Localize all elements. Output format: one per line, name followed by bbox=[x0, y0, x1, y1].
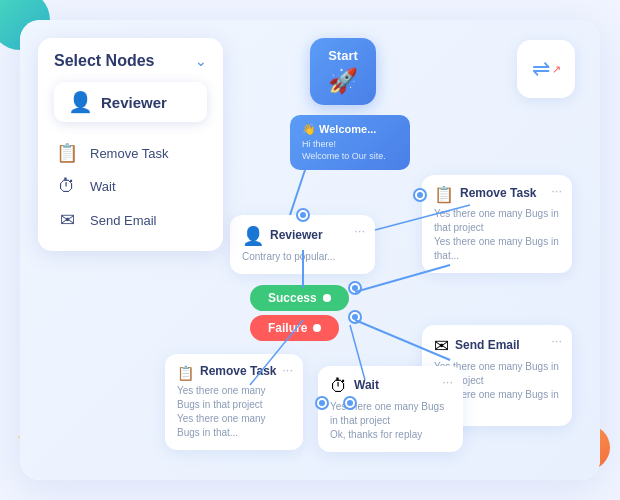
wait-node-desc2: Ok, thanks for replay bbox=[330, 428, 451, 442]
wait-node: ··· ⏱ Wait Yes there one many Bugs in th… bbox=[318, 366, 463, 452]
conn-dot-4 bbox=[317, 398, 327, 408]
panel-item-wait[interactable]: ⏱ Wait bbox=[54, 170, 207, 203]
select-nodes-panel: Select Nodes ⌄ 👤 Reviewer 📋 Remove Task … bbox=[38, 38, 223, 251]
conn-dot-1 bbox=[298, 210, 308, 220]
success-button[interactable]: Success bbox=[250, 285, 349, 311]
remove-task-tr-icon: 📋 bbox=[434, 185, 454, 204]
reviewer-chip-icon: 👤 bbox=[68, 90, 93, 114]
send-email-icon: ✉ bbox=[54, 209, 80, 231]
remove-task-tr-desc2: Yes there one many Bugs in that... bbox=[434, 235, 560, 263]
conn-dot-3 bbox=[350, 312, 360, 322]
failure-dot bbox=[313, 324, 321, 332]
wait-node-menu[interactable]: ··· bbox=[442, 374, 453, 389]
main-container: Start 🚀 👋 Welcome... Hi there! Welcome t… bbox=[20, 20, 600, 480]
wait-node-icon: ⏱ bbox=[330, 376, 348, 397]
canvas-area: Start 🚀 👋 Welcome... Hi there! Welcome t… bbox=[20, 20, 600, 480]
send-email-r-title: Send Email bbox=[455, 338, 520, 352]
failure-label: Failure bbox=[268, 321, 307, 335]
reviewer-node: ··· 👤 Reviewer Contrary to popular... bbox=[230, 215, 375, 274]
wait-label: Wait bbox=[90, 179, 116, 194]
wait-icon: ⏱ bbox=[54, 176, 80, 197]
remove-task-icon: 📋 bbox=[54, 142, 80, 164]
remove-task-tr-menu[interactable]: ··· bbox=[551, 183, 562, 198]
conn-dot-6 bbox=[415, 190, 425, 200]
remove-task-bl-desc1: Yes there one many Bugs in that project bbox=[177, 384, 291, 412]
remove-task-bl-icon: 📋 bbox=[177, 365, 194, 381]
welcome-title: 👋 Welcome... bbox=[302, 123, 398, 136]
reviewer-node-icon: 👤 bbox=[242, 225, 264, 247]
start-label: Start bbox=[328, 48, 358, 63]
wait-node-title: Wait bbox=[354, 378, 379, 392]
remove-task-tr-node: ··· 📋 Remove Task Yes there one many Bug… bbox=[422, 175, 572, 273]
remove-task-bl-title: Remove Task bbox=[200, 364, 276, 378]
conn-dot-5 bbox=[345, 398, 355, 408]
start-emoji: 🚀 bbox=[328, 67, 358, 95]
chevron-down-icon[interactable]: ⌄ bbox=[195, 53, 207, 69]
failure-button[interactable]: Failure bbox=[250, 315, 339, 341]
remove-task-bl-desc2: Yes there one many Bugs in that... bbox=[177, 412, 291, 440]
flow-icon-box: ⇌ ↗ bbox=[517, 40, 575, 98]
reviewer-chip-label: Reviewer bbox=[101, 94, 167, 111]
start-node: Start 🚀 bbox=[310, 38, 376, 105]
reviewer-node-title: Reviewer bbox=[270, 228, 323, 242]
reviewer-node-menu[interactable]: ··· bbox=[354, 223, 365, 238]
reviewer-node-desc: Contrary to popular... bbox=[242, 250, 363, 264]
welcome-tooltip: 👋 Welcome... Hi there! Welcome to Our si… bbox=[290, 115, 410, 170]
flow-icon: ⇌ bbox=[532, 56, 550, 82]
send-email-label: Send Email bbox=[90, 213, 156, 228]
reviewer-chip[interactable]: 👤 Reviewer bbox=[54, 82, 207, 122]
panel-item-remove-task[interactable]: 📋 Remove Task bbox=[54, 136, 207, 170]
send-email-r-menu[interactable]: ··· bbox=[551, 333, 562, 348]
success-dot bbox=[323, 294, 331, 302]
remove-task-tr-title: Remove Task bbox=[460, 186, 536, 200]
conn-dot-2 bbox=[350, 283, 360, 293]
remove-task-label: Remove Task bbox=[90, 146, 169, 161]
remove-task-bl-node: ··· 📋 Remove Task Yes there one many Bug… bbox=[165, 354, 303, 450]
remove-task-tr-desc1: Yes there one many Bugs in that project bbox=[434, 207, 560, 235]
success-label: Success bbox=[268, 291, 317, 305]
remove-task-bl-menu[interactable]: ··· bbox=[282, 362, 293, 377]
send-email-r-icon: ✉ bbox=[434, 335, 449, 357]
panel-title: Select Nodes bbox=[54, 52, 154, 70]
welcome-text: Hi there! Welcome to Our site. bbox=[302, 139, 398, 162]
panel-header: Select Nodes ⌄ bbox=[54, 52, 207, 70]
panel-item-send-email[interactable]: ✉ Send Email bbox=[54, 203, 207, 237]
